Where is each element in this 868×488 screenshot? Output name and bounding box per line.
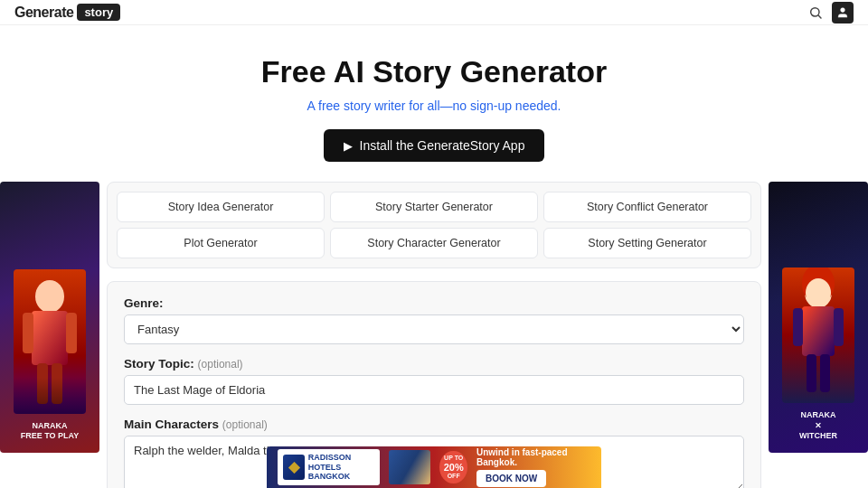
svg-point-2	[841, 7, 845, 12]
svg-rect-12	[802, 306, 835, 356]
main-characters-label: Main Characters (optional)	[124, 418, 744, 431]
user-menu-button[interactable]	[832, 2, 854, 23]
tab-story-setting[interactable]: Story Setting Generator	[543, 228, 751, 258]
ad-book-now-button[interactable]: BOOK NOW	[476, 470, 546, 487]
play-icon: ▶	[344, 139, 353, 153]
tab-plot-generator[interactable]: Plot Generator	[117, 228, 325, 258]
genre-label: Genre:	[124, 296, 744, 310]
page-subtitle: A free story writer for all—no sign-up n…	[307, 99, 561, 113]
svg-rect-13	[793, 308, 803, 346]
tab-story-starter[interactable]: Story Starter Generator	[330, 192, 538, 222]
search-icon	[808, 5, 823, 20]
svg-rect-5	[23, 313, 33, 353]
ad-right-image	[782, 267, 854, 403]
svg-rect-6	[66, 313, 77, 353]
svg-point-3	[35, 280, 64, 313]
tab-story-idea[interactable]: Story Idea Generator	[117, 192, 325, 222]
install-btn-label: Install the GenerateStory App	[360, 138, 525, 153]
ad-left-image	[14, 269, 86, 414]
ad-tagline: Unwind in fast-paced Bangkok.	[476, 447, 590, 467]
generator-tabs: Story Idea Generator Story Starter Gener…	[107, 182, 761, 268]
logo-story-badge: story	[77, 4, 120, 21]
page-wrapper: Free AI Story Generator A free story wri…	[0, 25, 868, 488]
svg-rect-16	[820, 354, 830, 392]
header-icons	[807, 2, 854, 23]
tab-story-character[interactable]: Story Character Generator	[330, 228, 538, 258]
install-app-button[interactable]: ▶ Install the GenerateStory App	[324, 129, 545, 162]
genre-group: Genre: Fantasy Sci-Fi Romance Horror Mys…	[124, 296, 744, 344]
svg-rect-15	[807, 354, 816, 392]
ad-hotel-name: RADISSON HOTELS BANGKOK	[308, 453, 374, 482]
ad-right-label: NARAKA✕WITCHER	[799, 410, 837, 442]
svg-point-11	[806, 278, 831, 307]
bottom-ad-banner: ◆ RADISSON HOTELS BANGKOK UP TO 20% OFF …	[267, 446, 601, 488]
svg-rect-8	[52, 363, 62, 404]
header: Generate story	[0, 0, 868, 25]
page-title: Free AI Story Generator	[261, 54, 607, 89]
logo-generate-text: Generate	[14, 5, 73, 21]
story-topic-group: Story Topic: (optional)	[124, 357, 744, 405]
logo: Generate story	[14, 4, 120, 21]
ad-left-label: NARAKAFREE TO PLAY	[21, 421, 80, 442]
svg-rect-4	[32, 311, 68, 365]
ad-discount-badge: UP TO 20% OFF	[439, 451, 467, 483]
genre-select[interactable]: Fantasy Sci-Fi Romance Horror Mystery Th…	[124, 314, 744, 344]
ad-left-inner: NARAKAFREE TO PLAY	[0, 182, 99, 453]
ad-character-left	[14, 269, 86, 414]
ad-cta-area: Unwind in fast-paced Bangkok. BOOK NOW	[476, 447, 590, 487]
hotel-diamond-icon: ◆	[288, 458, 299, 475]
user-icon	[836, 6, 849, 19]
ad-hotel-icon: ◆	[283, 455, 305, 480]
svg-rect-7	[37, 363, 48, 404]
tab-story-conflict[interactable]: Story Conflict Generator	[543, 192, 751, 222]
search-button[interactable]	[807, 4, 825, 22]
svg-line-1	[818, 15, 821, 18]
ad-hotel-image	[389, 450, 431, 484]
ad-right-inner: NARAKA✕WITCHER	[769, 182, 868, 453]
main-center: Story Idea Generator Story Starter Gener…	[99, 182, 769, 488]
ad-character-right	[782, 267, 854, 403]
content-with-ads: NARAKAFREE TO PLAY Story Idea Generator …	[0, 182, 868, 488]
ad-right: NARAKA✕WITCHER	[769, 182, 868, 453]
story-topic-input[interactable]	[124, 375, 744, 405]
svg-rect-14	[834, 308, 844, 346]
ad-left: NARAKAFREE TO PLAY	[0, 182, 99, 453]
ad-hotel-logo: ◆ RADISSON HOTELS BANGKOK	[278, 449, 380, 485]
story-topic-label: Story Topic: (optional)	[124, 357, 744, 371]
